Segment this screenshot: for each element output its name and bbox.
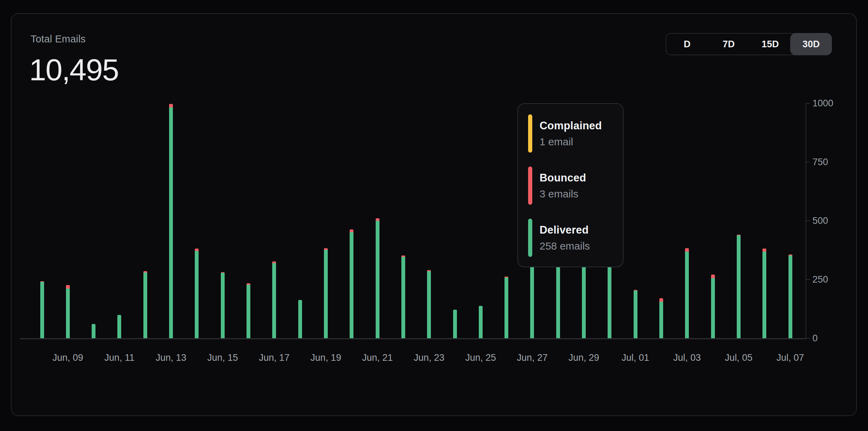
bar-jul-01[interactable] xyxy=(634,290,637,338)
tooltip-entry-bounced: Bounced 3 emails xyxy=(528,166,623,205)
y-axis-tick xyxy=(806,103,810,104)
bar-jul-07[interactable] xyxy=(788,254,792,338)
tooltip-entry-delivered: Delivered 258 emails xyxy=(528,219,623,257)
bar-delivered-segment xyxy=(350,232,353,338)
bar-jun-26[interactable] xyxy=(504,277,508,338)
bar-delivered-segment xyxy=(376,221,379,338)
bar-delivered-segment xyxy=(788,255,792,338)
y-axis-tick-label: 250 xyxy=(812,274,828,285)
bar-jun-19[interactable] xyxy=(324,248,328,338)
x-axis-label: Jul, 03 xyxy=(663,352,711,363)
bar-delivered-segment xyxy=(427,271,431,338)
tooltip-label: Bounced xyxy=(540,172,586,184)
chart-tooltip: Complained 1 email Bounced 3 emails Deli… xyxy=(517,103,624,267)
bar-bounced-segment xyxy=(169,104,173,107)
bar-bounced-segment xyxy=(659,298,663,302)
x-axis-label: Jun, 19 xyxy=(301,352,350,363)
total-emails-card: Total Emails 10,495 D 7D 15D 30D 0250500… xyxy=(11,13,857,416)
bar-jun-24[interactable] xyxy=(453,310,457,338)
x-axis-label: Jun, 17 xyxy=(250,352,299,363)
x-axis-label: Jul, 05 xyxy=(714,352,763,363)
y-axis-tick xyxy=(806,220,810,221)
bar-jun-11[interactable] xyxy=(117,315,121,338)
y-axis-tick-label: 750 xyxy=(812,156,828,168)
bar-jun-10[interactable] xyxy=(92,324,95,338)
bar-jun-16[interactable] xyxy=(247,283,250,338)
bar-delivered-segment xyxy=(685,252,689,338)
bar-jun-18[interactable] xyxy=(298,300,302,338)
tooltip-value: 3 emails xyxy=(540,188,586,200)
y-axis-tick xyxy=(806,279,810,280)
tooltip-entry-complained: Complained 1 email xyxy=(528,114,623,153)
y-axis-tick-label: 1000 xyxy=(812,98,833,109)
x-axis-label: Jun, 27 xyxy=(508,352,557,363)
tooltip-label: Delivered xyxy=(540,224,590,236)
bar-delivered-segment xyxy=(659,302,663,338)
bar-delivered-segment xyxy=(247,285,250,338)
bar-delivered-segment xyxy=(504,278,508,338)
y-axis-tick xyxy=(806,162,810,162)
bar-jul-02[interactable] xyxy=(659,298,663,338)
tooltip-value: 1 email xyxy=(540,136,602,148)
tooltip-value: 258 emails xyxy=(540,240,590,252)
bar-delivered-segment xyxy=(479,306,483,338)
bar-delivered-segment xyxy=(762,252,766,338)
bar-jul-05[interactable] xyxy=(737,235,741,338)
bar-delivered-segment xyxy=(221,273,225,338)
delivered-color-pill xyxy=(528,219,532,257)
bar-jun-13[interactable] xyxy=(169,104,173,338)
bar-delivered-segment xyxy=(92,324,95,338)
bar-bounced-segment xyxy=(762,249,766,252)
y-axis-tick-label: 0 xyxy=(812,333,818,344)
bar-bounced-segment xyxy=(376,218,379,221)
bar-jun-25[interactable] xyxy=(479,306,483,338)
bar-delivered-segment xyxy=(737,235,741,338)
bar-delivered-segment xyxy=(453,310,457,338)
bar-jun-20[interactable] xyxy=(350,229,353,338)
bar-bounced-segment xyxy=(350,229,353,232)
bar-jul-04[interactable] xyxy=(711,275,715,338)
bar-delivered-segment xyxy=(40,282,44,338)
bar-jun-17[interactable] xyxy=(272,261,276,338)
tooltip-label: Complained xyxy=(540,120,602,132)
bar-jun-21[interactable] xyxy=(376,218,379,338)
bar-jun-09[interactable] xyxy=(66,285,70,338)
bar-jun-08[interactable] xyxy=(40,281,44,338)
page-background: { "header": { "title": "Total Emails", "… xyxy=(0,0,868,431)
bar-delivered-segment xyxy=(272,263,276,338)
bar-delivered-segment xyxy=(711,278,715,338)
x-axis-label: Jun, 11 xyxy=(95,352,144,363)
bounced-color-pill xyxy=(528,166,532,205)
bar-jul-06[interactable] xyxy=(762,249,766,338)
y-axis-tick-label: 500 xyxy=(812,215,828,226)
bar-bounced-segment xyxy=(195,249,199,251)
bar-jun-23[interactable] xyxy=(427,270,431,338)
bar-bounced-segment xyxy=(685,248,689,252)
bar-delivered-segment xyxy=(117,315,121,338)
bar-delivered-segment xyxy=(169,107,173,338)
bar-delivered-segment xyxy=(298,300,302,338)
emails-bar-chart: 02505007501000Jun, 09Jun, 11Jun, 13Jun, … xyxy=(11,14,856,415)
bar-delivered-segment xyxy=(66,288,70,338)
bar-delivered-segment xyxy=(143,273,147,338)
bar-jun-14[interactable] xyxy=(195,249,199,338)
x-axis-label: Jun, 13 xyxy=(147,352,195,363)
complained-color-pill xyxy=(528,114,532,153)
x-axis-label: Jul, 07 xyxy=(766,352,815,363)
x-axis-label: Jun, 23 xyxy=(405,352,453,363)
x-axis-line xyxy=(20,338,806,339)
bar-delivered-segment xyxy=(401,257,405,338)
bar-delivered-segment xyxy=(324,250,328,338)
bar-bounced-segment xyxy=(711,275,715,278)
x-axis-label: Jun, 25 xyxy=(456,352,505,363)
x-axis-label: Jul, 01 xyxy=(611,352,660,363)
bar-jun-22[interactable] xyxy=(401,255,405,338)
x-axis-label: Jun, 29 xyxy=(560,352,608,363)
bar-jul-03[interactable] xyxy=(685,248,689,338)
x-axis-label: Jun, 21 xyxy=(353,352,402,363)
x-axis-label: Jun, 15 xyxy=(198,352,247,363)
bar-delivered-segment xyxy=(634,291,637,338)
bar-jun-15[interactable] xyxy=(221,272,225,338)
bar-jun-12[interactable] xyxy=(143,271,147,338)
x-axis-label: Jun, 09 xyxy=(43,352,92,363)
